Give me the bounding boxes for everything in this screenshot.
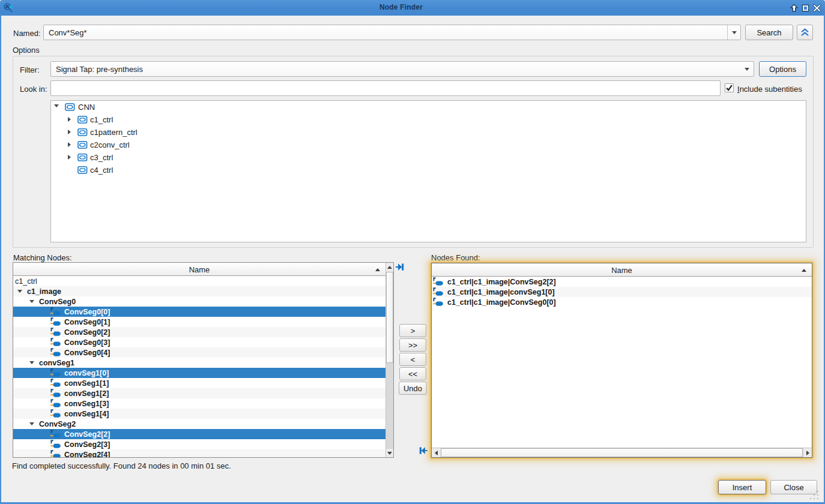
tree-item-label: c1_ctrl [90,115,113,124]
matching-node-row[interactable]: c1_image [13,286,385,296]
matching-node-row[interactable]: convSeg1[1] [13,378,385,388]
node-name: ConvSeg0[0] [64,308,110,316]
tree-item-label: c3_ctrl [90,153,113,162]
matching-node-row[interactable]: ConvSeg0 [13,296,385,307]
found-name-column-header[interactable]: Name [432,263,812,277]
tree-item[interactable]: c4_ctrl [51,164,806,176]
matching-node-row[interactable]: convSeg1[4] [13,409,385,419]
matching-node-row[interactable]: convSeg1[0] [13,368,385,378]
matching-node-row[interactable]: convSeg1[2] [13,388,385,398]
tree-item-label: CNN [78,103,95,112]
filter-value: Signal Tap: pre-synthesis [56,65,143,74]
node-name: ConvSeg0[4] [64,349,110,357]
tree-item[interactable]: c1pattern_ctrl [51,126,806,139]
maximize-icon[interactable] [800,3,810,13]
node-name: ConvSeg0 [39,298,76,306]
nodes-found-table[interactable]: Name c1_ctrl|c1_image|ConvSeg2[2]c1_ctrl… [431,263,812,458]
window-title: Node Finder [16,3,787,11]
expander-collapsed-icon[interactable] [68,117,71,122]
tree-item[interactable]: c2conv_ctrl [51,139,806,151]
named-combobox[interactable]: Conv*Seg* [43,25,741,40]
shade-icon[interactable] [789,3,799,13]
resize-grip-icon[interactable] [810,491,820,501]
scroll-left-icon[interactable] [432,448,441,457]
tree-item-label: c2conv_ctrl [90,140,130,149]
matching-node-row[interactable]: convSeg1 [13,358,385,368]
registered-node-icon [433,297,444,309]
filter-combobox[interactable]: Signal Tap: pre-synthesis [50,61,754,77]
entity-icon [77,128,88,139]
chevron-down-icon [745,68,749,71]
copy-all-button[interactable]: >> [399,338,426,352]
nodes-found-label: Nodes Found: [431,253,480,262]
named-dropdown-arrow[interactable] [727,25,740,40]
expander-expanded-icon[interactable] [29,300,34,303]
remove-selected-button[interactable]: < [399,353,426,366]
matching-name-column-header[interactable]: Name [13,263,385,276]
found-horizontal-scrollbar[interactable] [432,448,812,457]
filter-options-button[interactable]: Options [759,61,806,77]
scroll-down-icon[interactable] [386,448,393,457]
close-icon[interactable] [812,3,821,13]
sort-ascending-icon [375,268,380,271]
options-section-label: Options [13,46,40,55]
found-node-row[interactable]: c1_ctrl|c1_image|ConvSeg2[2] [432,277,812,287]
tree-item[interactable]: c3_ctrl [51,151,806,164]
matching-node-row[interactable]: c1_ctrl [13,276,385,286]
expander-expanded-icon[interactable] [29,361,34,364]
insert-button[interactable]: Insert [718,480,766,494]
titlebar[interactable]: Node Finder [0,0,825,16]
expander-expanded-icon[interactable] [17,290,22,293]
matching-node-row[interactable]: ConvSeg0[3] [13,337,385,347]
tree-item-label: c1pattern_ctrl [90,128,138,137]
lookin-tree[interactable]: CNNc1_ctrlc1pattern_ctrlc2conv_ctrlc3_ct… [50,100,806,242]
named-value: Conv*Seg* [49,28,87,37]
node-name: c1_image [27,287,61,296]
include-subentities-checkbox[interactable] [725,83,734,92]
matching-node-row[interactable]: ConvSeg2[2] [13,429,385,439]
node-name: c1_ctrl|c1_image|ConvSeg0[0] [447,298,556,307]
collapse-button[interactable] [797,25,813,40]
node-name: convSeg1[3] [64,400,109,408]
expander-collapsed-icon[interactable] [68,155,71,160]
filter-label: Filter: [20,65,40,74]
matching-node-row[interactable]: ConvSeg0[2] [13,327,385,337]
remove-all-button[interactable]: << [399,367,426,380]
matching-node-row[interactable]: ConvSeg2[3] [13,439,385,449]
copy-selected-button[interactable]: > [399,324,426,337]
found-node-row[interactable]: c1_ctrl|c1_image|ConvSeg0[0] [432,297,812,307]
node-name: convSeg1[2] [64,389,109,398]
expander-expanded-icon[interactable] [29,422,34,425]
found-scrollbar-thumb[interactable] [441,448,803,457]
matching-scrollbar-thumb[interactable] [386,272,393,363]
matching-scrollbar-track[interactable] [386,363,393,448]
chevron-down-icon [732,31,737,34]
matching-nodes-table[interactable]: Name c1_ctrlc1_imageConvSeg0ConvSeg0[0]C… [13,262,394,458]
node-name: ConvSeg0[3] [64,338,110,347]
expander-collapsed-icon[interactable] [68,142,71,147]
entity-icon [65,103,75,113]
tree-item[interactable]: c1_ctrl [51,113,806,126]
search-button[interactable]: Search [745,25,793,40]
found-node-row[interactable]: c1_ctrl|c1_image|convSeg1[0] [432,287,812,297]
node-name: c1_ctrl|c1_image|convSeg1[0] [447,288,555,296]
include-subentities-label: Include subentities [737,85,802,94]
matching-node-row[interactable]: ConvSeg0[1] [13,317,385,327]
tree-item[interactable]: CNN [51,101,806,113]
matching-node-row[interactable]: ConvSeg0[4] [13,347,385,358]
node-name: convSeg1[4] [64,410,109,418]
matching-vertical-scrollbar[interactable] [385,263,393,457]
filter-dropdown-arrow[interactable] [740,62,754,76]
node-name: c1_ctrl [15,277,37,286]
expander-expanded-icon[interactable] [54,104,59,107]
scroll-up-icon[interactable] [386,263,393,272]
lookin-input[interactable] [50,80,721,96]
matching-node-row[interactable]: convSeg1[3] [13,398,385,409]
matching-node-row[interactable]: ConvSeg2[4] [13,449,385,457]
scroll-right-icon[interactable] [803,448,812,457]
undo-button[interactable]: Undo [399,382,427,395]
node-name: ConvSeg2[2] [64,430,110,439]
matching-node-row[interactable]: ConvSeg2 [13,419,385,429]
expander-collapsed-icon[interactable] [68,130,71,134]
matching-node-row[interactable]: ConvSeg0[0] [13,307,385,317]
